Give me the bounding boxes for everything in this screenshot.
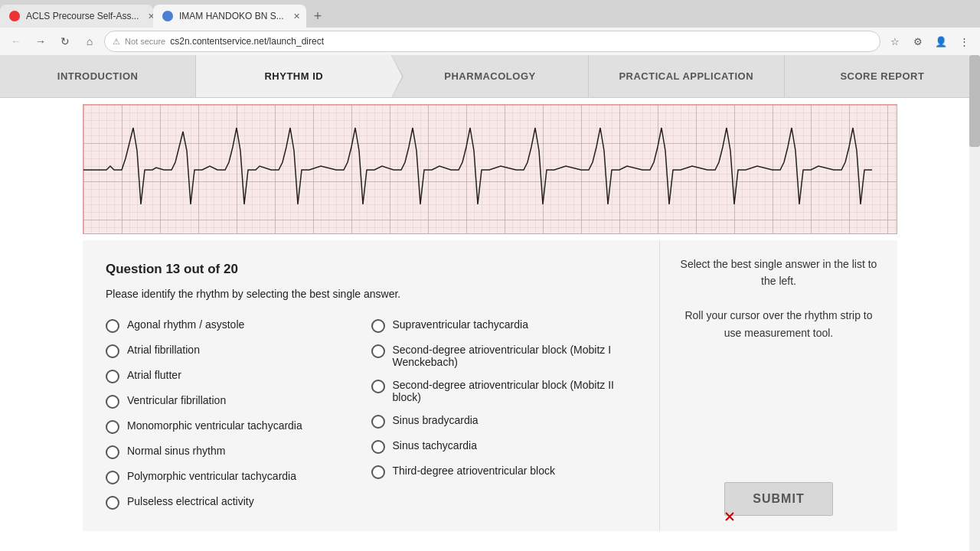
option-poly-vtach-label: Polymorphic ventricular tachycardia (127, 470, 296, 482)
security-label: Not secure (125, 37, 165, 46)
scrollbar-thumb[interactable] (969, 55, 980, 147)
app-nav: INTRODUCTION RHYTHM ID PHARMACOLOGY PRAC… (0, 55, 980, 98)
radio-sinus-tachy[interactable] (371, 440, 385, 454)
extensions-button[interactable]: ⚙ (908, 31, 928, 51)
option-mono-vtach[interactable]: Monomorphic ventricular tachycardia (106, 419, 371, 434)
tab-2[interactable]: IMAM HANDOKO BN S... ✕ (153, 5, 306, 28)
scrollbar[interactable] (969, 55, 980, 551)
home-button[interactable]: ⌂ (80, 31, 100, 51)
nav-practical-application[interactable]: PRACTICAL APPLICATION (589, 55, 785, 97)
instruction-line2: Roll your cursor over the rhythm strip t… (675, 307, 882, 341)
forward-button[interactable]: → (31, 31, 51, 51)
nav-score-report[interactable]: SCORE REPORT (785, 55, 980, 97)
option-vfib[interactable]: Ventricular fibrillation (106, 394, 371, 409)
radio-aflutter[interactable] (106, 370, 119, 383)
option-sinus-tachy[interactable]: Sinus tachycardia (371, 439, 637, 454)
option-sinus-brady-label: Sinus bradycardia (393, 414, 479, 426)
nav-rhythm-id-label: RHYTHM ID (264, 70, 323, 82)
side-panel: Select the best single answer in the lis… (660, 240, 897, 531)
nav-pharmacology[interactable]: PHARMACOLOGY (392, 55, 588, 97)
radio-2nd-deg-2[interactable] (371, 380, 385, 393)
nav-pharmacology-label: PHARMACOLOGY (444, 70, 535, 82)
tab1-favicon (9, 11, 20, 21)
option-2nd-deg-2[interactable]: Second-degree atrioventricular block (Mo… (371, 379, 637, 403)
option-3rd-deg[interactable]: Third-degree atrioventricular block (371, 465, 637, 479)
radio-poly-vtach[interactable] (106, 471, 119, 484)
side-instructions: Select the best single answer in the lis… (675, 256, 882, 341)
question-number: Question 13 out of 20 (106, 262, 636, 277)
nav-score-report-label: SCORE REPORT (840, 70, 924, 82)
option-aflutter[interactable]: Atrial flutter (106, 369, 371, 383)
radio-agonal[interactable] (106, 319, 119, 333)
option-afib[interactable]: Atrial fibrillation (106, 344, 371, 358)
option-pea[interactable]: Pulseless electrical activity (106, 495, 371, 510)
option-svt-label: Supraventricular tachycardia (393, 318, 528, 331)
option-poly-vtach[interactable]: Polymorphic ventricular tachycardia (106, 470, 371, 484)
refresh-button[interactable]: ↻ (55, 31, 75, 51)
options-right-col: Supraventricular tachycardia Second-degr… (371, 318, 637, 510)
radio-vfib[interactable] (106, 395, 119, 409)
option-pea-label: Pulseless electrical activity (127, 495, 254, 507)
radio-3rd-deg[interactable] (371, 465, 385, 479)
option-nsr-label: Normal sinus rhythm (127, 445, 225, 457)
tab1-label: ACLS Precourse Self-Ass... (26, 11, 139, 21)
radio-2nd-deg-1[interactable] (371, 344, 385, 358)
ecg-svg (83, 105, 897, 233)
browser-chrome: ACLS Precourse Self-Ass... ✕ IMAM HANDOK… (0, 0, 980, 55)
content-area: Question 13 out of 20 Please identify th… (83, 240, 897, 531)
ecg-strip[interactable] (83, 104, 897, 234)
tab-1[interactable]: ACLS Precourse Self-Ass... ✕ (0, 5, 153, 28)
back-button[interactable]: ← (6, 31, 26, 51)
nav-introduction[interactable]: INTRODUCTION (0, 55, 196, 97)
option-svt[interactable]: Supraventricular tachycardia (371, 318, 637, 333)
option-aflutter-label: Atrial flutter (127, 369, 181, 381)
tab2-favicon (162, 11, 173, 21)
tab1-close[interactable]: ✕ (148, 11, 153, 21)
options-left-col: Agonal rhythm / asystole Atrial fibrilla… (106, 318, 371, 510)
tab2-close[interactable]: ✕ (293, 11, 300, 21)
options-grid: Agonal rhythm / asystole Atrial fibrilla… (106, 318, 636, 510)
radio-svt[interactable] (371, 319, 385, 333)
bookmark-button[interactable]: ☆ (885, 31, 905, 51)
profile-button[interactable]: 👤 (931, 31, 951, 51)
tab2-label: IMAM HANDOKO BN S... (179, 11, 284, 21)
submit-button[interactable]: SUBMIT (724, 482, 832, 516)
option-2nd-deg-1-label: Second-degree atrioventricular block (Mo… (393, 344, 637, 368)
new-tab-button[interactable]: + (306, 5, 329, 28)
question-panel: Question 13 out of 20 Please identify th… (83, 240, 660, 531)
security-icon: ⚠ (113, 37, 120, 47)
radio-nsr[interactable] (106, 445, 119, 459)
option-agonal-label: Agonal rhythm / asystole (127, 318, 244, 331)
instruction-line1: Select the best single answer in the lis… (675, 256, 882, 290)
nav-introduction-label: INTRODUCTION (57, 70, 139, 82)
nav-practical-application-label: PRACTICAL APPLICATION (619, 70, 753, 82)
option-nsr[interactable]: Normal sinus rhythm (106, 445, 371, 459)
address-bar-row: ← → ↻ ⌂ ⚠ Not secure cs2n.contentservice… (0, 28, 980, 55)
url-display: cs2n.contentservice.net/launch_direct (170, 36, 872, 47)
option-3rd-deg-label: Third-degree atrioventricular block (393, 465, 555, 477)
option-2nd-deg-1[interactable]: Second-degree atrioventricular block (Mo… (371, 344, 637, 368)
option-sinus-brady[interactable]: Sinus bradycardia (371, 414, 637, 429)
toolbar-icons: ☆ ⚙ 👤 ⋮ (885, 31, 974, 51)
radio-mono-vtach[interactable] (106, 420, 119, 434)
option-mono-vtach-label: Monomorphic ventricular tachycardia (127, 419, 302, 432)
option-agonal[interactable]: Agonal rhythm / asystole (106, 318, 371, 333)
radio-afib[interactable] (106, 344, 119, 358)
nav-rhythm-id[interactable]: RHYTHM ID (196, 55, 392, 97)
option-vfib-label: Ventricular fibrillation (127, 394, 226, 406)
submit-wrapper: SUBMIT (724, 482, 832, 516)
radio-sinus-brady[interactable] (371, 415, 385, 429)
option-sinus-tachy-label: Sinus tachycardia (393, 439, 478, 452)
address-bar[interactable]: ⚠ Not secure cs2n.contentservice.net/lau… (104, 31, 880, 52)
menu-button[interactable]: ⋮ (954, 31, 974, 51)
tab-bar: ACLS Precourse Self-Ass... ✕ IMAM HANDOK… (0, 0, 980, 28)
option-afib-label: Atrial fibrillation (127, 344, 200, 356)
radio-pea[interactable] (106, 496, 119, 510)
option-2nd-deg-2-label: Second-degree atrioventricular block (Mo… (393, 379, 637, 403)
question-text: Please identify the rhythm by selecting … (106, 288, 636, 300)
